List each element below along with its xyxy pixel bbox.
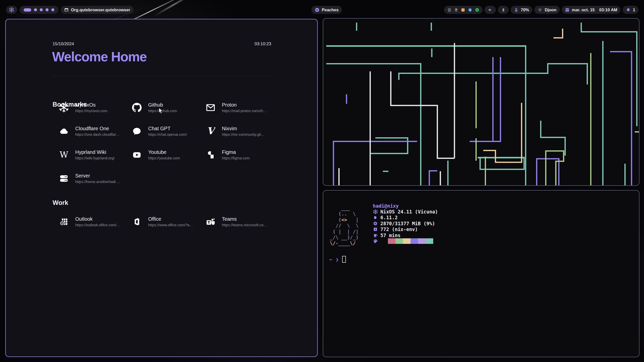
bookmark-item-github[interactable]: Githubhttps://github.com	[132, 102, 202, 113]
spotify-tray-icon	[475, 8, 479, 12]
workspace-5[interactable]	[51, 8, 54, 11]
bookmark-item-proton[interactable]: Protonhttps://mail.proton.me/u/0…	[206, 102, 276, 113]
svg-text:V: V	[207, 126, 215, 136]
launcher-pill[interactable]	[6, 6, 17, 14]
bookmark-url: https://mynixos.com	[75, 109, 107, 113]
mouse-cursor	[158, 108, 164, 115]
mail-icon	[206, 103, 216, 113]
palette-swatch	[395, 238, 403, 244]
section-heading-work: Work	[53, 199, 68, 206]
palette-swatch	[388, 238, 395, 244]
bookmark-url: https://www.office.com/?a…	[148, 223, 193, 227]
github-icon	[132, 103, 142, 113]
packages-icon	[373, 227, 378, 232]
os-value: NixOS 24.11 (Vicuna)	[380, 209, 438, 214]
chat-bubble-icon	[132, 126, 142, 136]
palette-icon	[373, 239, 378, 244]
bookmark-name: Outlook	[75, 216, 120, 222]
youtube-icon	[132, 150, 142, 160]
uptime-value: 57 mins	[380, 233, 400, 238]
page-title: Welcome Home	[52, 49, 147, 64]
bluetooth-pill[interactable]	[498, 6, 509, 14]
notification-bell-icon	[626, 8, 631, 12]
network-pill[interactable]: Djoon	[534, 6, 560, 14]
tux-ascii-art: ___ (.. \ (<> | // \ \ ( | | /|_/\ __)/_…	[330, 205, 358, 246]
webcam-icon	[447, 8, 452, 12]
startpage-header: 15/10/2024 03:10:23	[53, 41, 271, 47]
media-player-pill[interactable]: Peaches	[311, 6, 342, 14]
prompt-symbol: ❯	[336, 257, 338, 262]
cloud-icon	[59, 126, 69, 136]
bookmark-url: https://nix-community.git…	[222, 132, 265, 137]
topbar-right: 70% Djoon mar. oct. 15 03:10 AM 1	[444, 6, 638, 14]
wikipedia-w-icon: W	[59, 150, 69, 160]
spotify-icon	[315, 8, 319, 12]
media-track-label: Peaches	[322, 8, 339, 12]
bookmark-name: Github	[148, 102, 177, 108]
fastfetch-output: hadi@nixy NixOS 24.11 (Vicuna) 6.11.2 28…	[373, 203, 438, 244]
bookmark-item-server[interactable]: Serverhttps://home.anotherhadi.…	[59, 173, 129, 184]
workspace-indicators	[24, 8, 54, 12]
wifi-icon	[538, 8, 542, 12]
clock-date: mar. oct. 15	[572, 8, 597, 12]
battery-percent: 70%	[521, 8, 529, 12]
bookmark-name: Youtube	[148, 149, 180, 155]
server-icon	[59, 173, 69, 184]
nixos-logo-icon	[9, 7, 14, 12]
active-window-pill[interactable]: Org.qutebrowser.qutebrowser	[61, 6, 134, 14]
bluetooth-tray-icon	[468, 8, 472, 12]
palette-swatch	[403, 238, 411, 244]
volume-icon	[488, 8, 493, 12]
kernel-icon	[373, 215, 378, 220]
terminal-color-palette	[388, 238, 433, 244]
palette-swatch	[426, 238, 433, 244]
bookmark-name: Proton	[222, 102, 267, 108]
volume-pill[interactable]	[485, 6, 496, 14]
nixos-snowflake-icon	[59, 103, 69, 113]
clock-pill[interactable]: mar. oct. 15 03:10 AM	[562, 6, 621, 14]
systray-pill[interactable]	[444, 6, 482, 14]
bookmark-item-outlook[interactable]: Outlookhttps://outlook.office.com/…	[59, 216, 129, 227]
packages-value: 772 (nix-env)	[380, 227, 418, 232]
bluetooth-icon	[501, 8, 505, 12]
bookmark-name: Server	[75, 173, 120, 179]
user-host: hadi@nixy	[373, 203, 399, 209]
pipes-art	[323, 19, 639, 185]
battery-pill[interactable]: 70%	[511, 6, 532, 14]
bookmark-url: https://teams.microsoft.co…	[222, 223, 267, 227]
bookmark-url: https://home.anotherhadi.…	[75, 180, 120, 184]
workspace-3[interactable]	[40, 8, 43, 11]
shell-prompt[interactable]: ~ ❯	[329, 256, 346, 263]
workspace-4[interactable]	[46, 8, 49, 11]
bookmark-item-chatgpt[interactable]: Chat GPThttps://chat.openai.com/	[132, 126, 202, 137]
nixos-snowflake-icon	[373, 209, 378, 214]
app-square-icon	[461, 8, 465, 12]
bookmark-item-teams[interactable]: Teamshttps://teams.microsoft.co…	[206, 216, 276, 227]
bookmark-name: Office	[148, 216, 193, 222]
bookmark-item-figma[interactable]: Figmahttps://figma.com	[206, 149, 276, 160]
uptime-icon	[373, 233, 378, 238]
bookmark-item-youtube[interactable]: Youtubehttps://youtube.com	[132, 149, 202, 160]
bookmark-name: Teams	[222, 216, 267, 222]
bookmark-url: https://outlook.office.com/…	[75, 223, 120, 227]
bookmark-url: https://one.dash.cloudflar…	[75, 132, 120, 137]
notifications-pill[interactable]: 1	[623, 6, 638, 14]
bookmark-item-mynixos[interactable]: MyNixOshttps://mynixos.com	[59, 102, 129, 113]
workspace-2[interactable]	[34, 8, 37, 11]
bookmark-item-cloudflare[interactable]: Cloudflare Onehttps://one.dash.cloudflar…	[59, 126, 129, 137]
memory-icon	[373, 221, 378, 226]
office-icon	[132, 217, 142, 227]
terminal-window[interactable]: ___ (.. \ (<> | // \ \ ( | | /|_/\ __)/_…	[323, 190, 639, 357]
bookmark-item-nixvim[interactable]: V Nixvimhttps://nix-community.git…	[206, 126, 276, 137]
memory-value: 2870/31377 MiB (9%)	[380, 221, 435, 226]
bookmark-url: https://wiki.hyprland.org/	[75, 156, 114, 160]
bookmark-url: https://figma.com	[222, 156, 250, 160]
workspaces-pill[interactable]	[20, 6, 58, 14]
bookmark-item-hyprland-wiki[interactable]: W Hyprland Wikihttps://wiki.hyprland.org…	[59, 149, 129, 160]
window-icon	[64, 8, 69, 12]
workspace-1[interactable]	[24, 8, 31, 12]
calendar-icon	[565, 8, 570, 12]
device-icon	[454, 8, 458, 12]
battery-icon	[514, 8, 518, 12]
bookmark-item-office[interactable]: Officehttps://www.office.com/?a…	[132, 216, 202, 227]
